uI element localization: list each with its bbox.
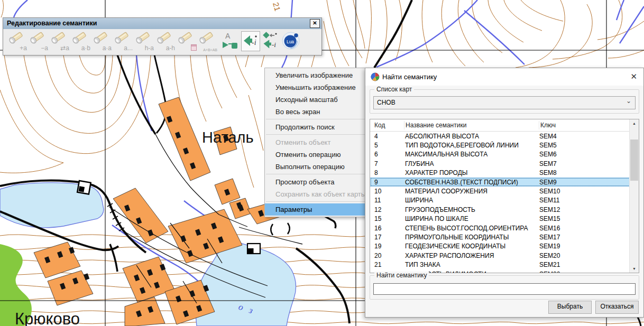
map-list-combobox[interactable]: СНОВ ⌄ (373, 96, 636, 109)
cell-code: 20 (370, 252, 404, 259)
flashlight-button-10[interactable]: A+B=AB (197, 30, 218, 52)
flashlight-label: a-h (166, 44, 175, 52)
cell-key: SEM20 (538, 252, 639, 259)
flashlight-button-1[interactable]: +a (6, 30, 27, 52)
app-globe-icon (371, 72, 380, 81)
table-row[interactable]: 8ХАРАКТЕР ПОРОДЫSEM8 (370, 169, 639, 178)
semantic-to-object-icon[interactable]: A (221, 31, 240, 51)
map-context-menu: Увеличить изображениеУменьшить изображен… (264, 68, 369, 217)
find-semantics-input[interactable] (373, 283, 636, 295)
flashlight-button-4[interactable]: a·b (70, 30, 91, 52)
cancel-button[interactable]: Отказаться (595, 301, 639, 314)
flashlight-button-9[interactable]: a (176, 30, 197, 52)
table-scrollbar[interactable]: ▲ ▼ (629, 119, 639, 273)
column-header-code[interactable]: Код (370, 121, 404, 129)
flashlight-button-8[interactable]: a-h (154, 30, 176, 52)
svg-text:Lua: Lua (287, 39, 294, 44)
flashlight-button-6[interactable]: a... (112, 30, 133, 52)
cell-code: 7 (370, 160, 404, 167)
cell-key: SEM17 (538, 234, 639, 241)
dialog-titlebar[interactable]: Найти семантику ✕ (365, 68, 643, 86)
cell-code: 19 (370, 243, 404, 250)
table-row[interactable]: 17ПРЯМОУГОЛЬНЫЕ КООРДИНАТЫSEM17 (370, 232, 639, 241)
cell-name: МАТЕРИАЛ СООРУЖЕНИЯ (404, 188, 538, 195)
table-row[interactable]: 15ШИРИНА ПО ШКАЛЕSEM15 (370, 215, 639, 223)
menu-item-6: Отменить объект (265, 136, 369, 148)
flashlight-button-7[interactable]: h-a (133, 30, 154, 52)
table-header-row[interactable]: Код Название семантики Ключ (370, 119, 639, 132)
toolbar-buttons-row: +a−a⇄aa·ba·aa...h-aa-haA+B=ABA-i-iLua (3, 29, 321, 52)
table-row[interactable]: 16СТЕПЕНЬ ВЫСОТ.ГОСПОД.ОРИЕНТИРАSEM16 (370, 223, 639, 232)
menu-item-1[interactable]: Увеличить изображение (265, 69, 369, 81)
map-list-selected-value: СНОВ (377, 99, 395, 106)
menu-item-8[interactable]: Выполнить операцию (265, 161, 369, 173)
cell-key: SEM8 (538, 169, 639, 176)
cell-name: МАКСИМАЛЬНАЯ ВЫСОТА (404, 151, 538, 158)
assign-semantic-icon[interactable]: -i (241, 31, 260, 51)
map-list-group: Список карт СНОВ ⌄ (370, 89, 639, 114)
cell-key: SEM12 (538, 206, 639, 213)
semantics-editing-toolbar-window: Редактирование семантики ✕ +a−a⇄aa·ba·aa… (3, 17, 322, 55)
table-row[interactable]: 20ХАРАКТЕР РАСПОЛОЖЕНИЯSEM20 (370, 251, 639, 260)
map-list-group-label: Список карт (374, 86, 414, 93)
half-filled-symbol (247, 244, 260, 254)
settlement-label-top: Наталь (202, 129, 254, 146)
settlement-label-bottom: Крюково (15, 310, 80, 326)
table-row-selected[interactable]: 9СОБСТВЕН.НАЗВ.(ТЕКСТ ПОДПИСИ)SEM9 (370, 178, 639, 187)
scroll-down-icon[interactable]: ▼ (630, 265, 639, 273)
menu-item-7[interactable]: Отменить операцию (265, 148, 369, 161)
table-row[interactable]: 7ГЛУБИНАSEM7 (370, 159, 639, 168)
svg-text:-i: -i (272, 41, 276, 49)
cell-code: 5 (370, 142, 404, 149)
menu-item-11[interactable]: Параметры (265, 203, 369, 216)
flashlight-label: a·b (81, 44, 90, 52)
flashlight-button-3[interactable]: ⇄a (49, 30, 70, 52)
find-group-label: Найти семантику (374, 272, 429, 279)
cell-key: SEM6 (538, 151, 639, 158)
toolbar-titlebar[interactable]: Редактирование семантики ✕ (3, 18, 321, 29)
menu-item-5[interactable]: Продолжить поиск (265, 121, 369, 133)
menu-item-4[interactable]: Во весь экран (265, 106, 369, 118)
menu-item-9[interactable]: Просмотр объекта (265, 176, 369, 188)
table-row[interactable]: 10МАТЕРИАЛ СООРУЖЕНИЯSEM10 (370, 187, 639, 195)
menu-item-3[interactable]: Исходный масштаб (265, 94, 369, 106)
cell-key: SEM19 (538, 243, 639, 250)
cell-name: ХАРАКТЕР ПОРОДЫ (404, 169, 538, 176)
dialog-close-icon[interactable]: ✕ (630, 72, 637, 81)
cell-code: 21 (370, 261, 404, 268)
cell-name: СТЕПЕНЬ ВЫСОТ.ГОСПОД.ОРИЕНТИРА (404, 225, 538, 232)
find-semantics-group: Найти семантику (370, 275, 639, 300)
svg-text:-i: -i (252, 39, 256, 46)
menu-separator (266, 201, 367, 202)
cell-key: SEM5 (538, 142, 639, 149)
table-row[interactable]: 5ТИП ВОДОТОКА,БЕРЕГОВОЙ ЛИНИИSEM5 (370, 141, 639, 150)
column-header-name[interactable]: Название семантики (404, 121, 539, 129)
cell-name: ГЛУБИНА (404, 160, 538, 167)
cell-key: SEM4 (538, 133, 639, 140)
cell-code: 17 (370, 234, 404, 241)
flashlight-label: a... (124, 44, 133, 52)
table-row[interactable]: 21ТИП ЗНАКАSEM21 (370, 260, 639, 269)
select-button[interactable]: Выбрать (548, 301, 592, 314)
scroll-up-icon[interactable]: ▲ (630, 119, 639, 127)
table-row[interactable]: 19ГЕОДЕЗИЧЕСКИЕ КООРДИНАТЫSEM19 (370, 242, 639, 251)
table-row[interactable]: 4АБСОЛЮТНАЯ ВЫСОТАSEM4 (370, 132, 639, 141)
flashlight-button-2[interactable]: −a (27, 30, 49, 52)
chevron-down-icon: ⌄ (626, 95, 631, 107)
cell-code: 15 (370, 215, 404, 222)
lua-script-icon[interactable]: Lua (281, 31, 300, 51)
cell-code: 10 (370, 188, 404, 195)
table-row[interactable]: 12ГРУЗОПОДЪЕМНОСТЬSEM12 (370, 205, 639, 214)
scrollbar-thumb[interactable] (630, 139, 638, 181)
table-row[interactable]: 6МАКСИМАЛЬНАЯ ВЫСОТАSEM6 (370, 150, 639, 159)
cell-name: ГЕОДЕЗИЧЕСКИЕ КООРДИНАТЫ (404, 243, 538, 250)
column-header-key[interactable]: Ключ (539, 122, 639, 129)
copy-semantic-icon[interactable]: -i (261, 31, 280, 51)
flashlight-label: +a (20, 44, 27, 52)
menu-item-10: Сохранить как объект карты (265, 188, 369, 200)
flashlight-button-5[interactable]: a·a (91, 30, 112, 52)
dialog-title: Найти семантику (382, 73, 437, 81)
menu-item-2[interactable]: Уменьшить изображение (265, 81, 369, 94)
toolbar-close-icon[interactable]: ✕ (310, 19, 320, 28)
table-row[interactable]: 11ШИРИНАSEM11 (370, 196, 639, 205)
